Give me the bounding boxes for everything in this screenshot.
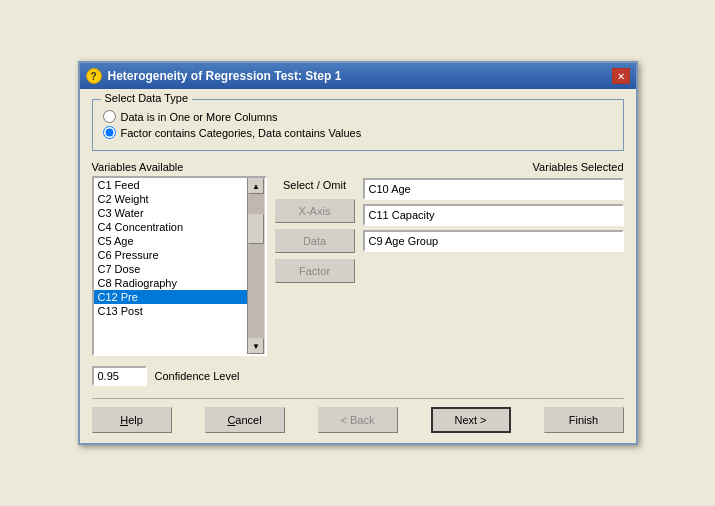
radio-columns-label: Data is in One or More Columns <box>121 111 278 123</box>
selected-field-3[interactable] <box>363 230 624 252</box>
factor-button[interactable]: Factor <box>275 259 355 283</box>
list-item[interactable]: C4 Concentration <box>94 220 247 234</box>
dialog-window: ? Heterogeneity of Regression Test: Step… <box>78 61 638 445</box>
list-item[interactable]: C3 Water <box>94 206 247 220</box>
back-button[interactable]: < Back <box>318 407 398 433</box>
variables-listbox[interactable]: C1 Feed C2 Weight C3 Water C4 Concentrat… <box>92 176 267 356</box>
finish-button[interactable]: Finish <box>544 407 624 433</box>
cancel-button-label: Cancel <box>227 414 261 426</box>
x-axis-button[interactable]: X-Axis <box>275 199 355 223</box>
select-omit-label: Select / Omit <box>283 179 346 191</box>
list-item[interactable]: C6 Pressure <box>94 248 247 262</box>
scroll-track[interactable] <box>248 194 264 338</box>
variables-selected-panel: Variables Selected <box>363 161 624 356</box>
selected-fields <box>363 176 624 252</box>
help-icon: ? <box>86 68 102 84</box>
help-button-label: Help <box>120 414 143 426</box>
selected-field-1[interactable] <box>363 178 624 200</box>
dialog-title: Heterogeneity of Regression Test: Step 1 <box>108 69 342 83</box>
next-button[interactable]: Next > <box>431 407 511 433</box>
dialog-content: Select Data Type Data is in One or More … <box>80 89 636 443</box>
button-row: Help Cancel < Back Next > Finish <box>92 398 624 433</box>
radio-group: Data is in One or More Columns Factor co… <box>103 110 613 139</box>
variables-available-panel: Variables Available C1 Feed C2 Weight C3… <box>92 161 267 356</box>
list-item[interactable]: C2 Weight <box>94 192 247 206</box>
group-legend: Select Data Type <box>101 92 193 104</box>
radio-factor-label: Factor contains Categories, Data contain… <box>121 127 362 139</box>
close-button[interactable]: ✕ <box>612 68 630 84</box>
select-omit-section: Select / Omit X-Axis Data Factor <box>275 161 355 356</box>
next-button-label: Next > <box>454 414 486 426</box>
list-item[interactable]: C8 Radiography <box>94 276 247 290</box>
finish-button-label: Finish <box>569 414 598 426</box>
cancel-button[interactable]: Cancel <box>205 407 285 433</box>
radio-factor[interactable] <box>103 126 116 139</box>
scrollbar[interactable]: ▲ ▼ <box>247 178 265 354</box>
list-item[interactable]: C7 Dose <box>94 262 247 276</box>
radio-item-2[interactable]: Factor contains Categories, Data contain… <box>103 126 613 139</box>
variables-available-label: Variables Available <box>92 161 267 173</box>
scroll-down-arrow[interactable]: ▼ <box>248 338 264 354</box>
listbox-inner: C1 Feed C2 Weight C3 Water C4 Concentrat… <box>94 178 247 354</box>
list-item-selected[interactable]: C12 Pre <box>94 290 247 304</box>
confidence-label: Confidence Level <box>155 370 240 382</box>
help-button[interactable]: Help <box>92 407 172 433</box>
list-item[interactable]: C13 Post <box>94 304 247 318</box>
data-button[interactable]: Data <box>275 229 355 253</box>
variables-selected-label: Variables Selected <box>363 161 624 173</box>
radio-item-1[interactable]: Data is in One or More Columns <box>103 110 613 123</box>
radio-columns[interactable] <box>103 110 116 123</box>
confidence-row: 0.95 Confidence Level <box>92 366 624 386</box>
list-item[interactable]: C5 Age <box>94 234 247 248</box>
title-bar: ? Heterogeneity of Regression Test: Step… <box>80 63 636 89</box>
back-button-label: < Back <box>341 414 375 426</box>
main-area: Variables Available C1 Feed C2 Weight C3… <box>92 161 624 356</box>
scroll-up-arrow[interactable]: ▲ <box>248 178 264 194</box>
data-type-group: Select Data Type Data is in One or More … <box>92 99 624 151</box>
selected-field-2[interactable] <box>363 204 624 226</box>
scroll-thumb[interactable] <box>248 214 264 244</box>
confidence-input[interactable]: 0.95 <box>92 366 147 386</box>
title-bar-left: ? Heterogeneity of Regression Test: Step… <box>86 68 342 84</box>
list-item[interactable]: C1 Feed <box>94 178 247 192</box>
